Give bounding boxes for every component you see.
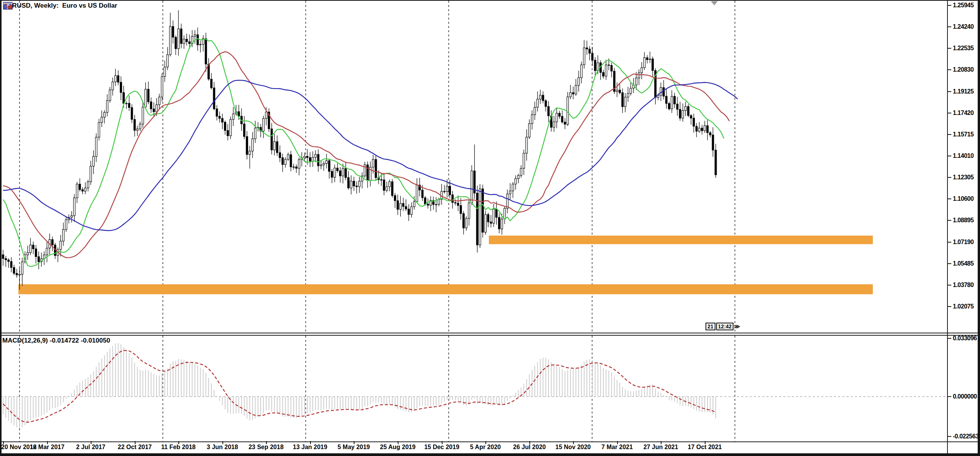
price-tick: 1.24240	[948, 24, 973, 30]
bar-countdown-tag: 21 12:42 ≫	[706, 323, 740, 330]
pane-divider[interactable]	[0, 333, 980, 333]
price-tick: 1.17420	[948, 110, 973, 116]
price-tick: 1.19125	[948, 89, 973, 95]
price-tick: 1.08895	[948, 217, 973, 223]
pane-divider[interactable]	[0, 335, 980, 336]
chevron-right-icon: ≫	[734, 323, 740, 330]
chart-title-bar: EURUSD, Weekly: Euro vs US Dollar	[3, 2, 117, 10]
price-tick: 1.05485	[948, 261, 973, 267]
window-border-top	[0, 0, 980, 1]
price-tick: 1.07190	[948, 239, 973, 245]
date-label: 12 Mar 2017	[24, 444, 70, 451]
date-label: 3 Jun 2018	[199, 444, 245, 451]
date-label: 5 May 2019	[331, 444, 377, 451]
window-border-right	[978, 0, 980, 456]
window-border-left	[0, 0, 2, 456]
chart-title: EURUSD, Weekly: Euro vs US Dollar	[3, 2, 117, 10]
chart-window: EURUSD, Weekly: Euro vs US Dollar MACD(1…	[0, 0, 980, 456]
price-tick: 1.15715	[948, 131, 973, 138]
date-label: 15 Nov 2020	[550, 444, 596, 451]
date-label: 15 Dec 2019	[419, 444, 465, 451]
date-axis-separator	[0, 441, 980, 442]
macd-value-axis[interactable]: 0.0330960.000000-0.022563	[948, 336, 978, 441]
date-axis[interactable]: 20 Nov 201612 Mar 20172 Jul 201722 Oct 2…	[0, 443, 947, 453]
date-label: 22 Oct 2017	[112, 444, 158, 451]
price-pane-chart[interactable]	[0, 0, 947, 333]
window-border-bottom	[0, 453, 980, 456]
price-tick: 1.03780	[948, 282, 973, 288]
date-label: 5 Apr 2020	[462, 444, 508, 451]
date-label: 13 Jan 2019	[287, 444, 333, 451]
price-tick: 1.02075	[948, 303, 973, 310]
scroll-anchor-triangle-icon[interactable]	[711, 1, 718, 5]
countdown-time: 12:42	[716, 323, 734, 330]
countdown-days: 21	[706, 323, 715, 330]
date-label: 25 Aug 2019	[375, 444, 421, 451]
date-label: 17 Oct 2021	[682, 444, 728, 451]
price-tick: 1.12305	[948, 174, 973, 180]
date-label: 27 Jun 2021	[638, 444, 684, 451]
macd-tick: 0.000000	[948, 394, 977, 400]
price-tick: 1.20830	[948, 67, 973, 73]
macd-tick: 0.033096	[948, 335, 977, 341]
date-label: 26 Jul 2020	[506, 444, 552, 451]
price-tick: 1.10600	[948, 196, 973, 202]
date-label: 11 Feb 2018	[155, 444, 201, 451]
date-label: 2 Jul 2017	[68, 444, 114, 451]
indicators-icon	[3, 2, 13, 10]
date-label: 7 Mar 2021	[594, 444, 640, 451]
macd-indicator-label: MACD(12,26,9) -0.014722 -0.010050	[2, 337, 110, 344]
price-tick: 1.14010	[948, 153, 973, 159]
price-tick: 1.22535	[948, 45, 973, 51]
price-tick: 1.25945	[948, 2, 973, 8]
date-label: 23 Sep 2018	[243, 444, 289, 451]
macd-tick: -0.022563	[948, 433, 979, 440]
price-axis[interactable]: 1.259451.242401.225351.208301.191251.174…	[948, 0, 978, 333]
macd-pane-chart[interactable]	[0, 336, 947, 441]
